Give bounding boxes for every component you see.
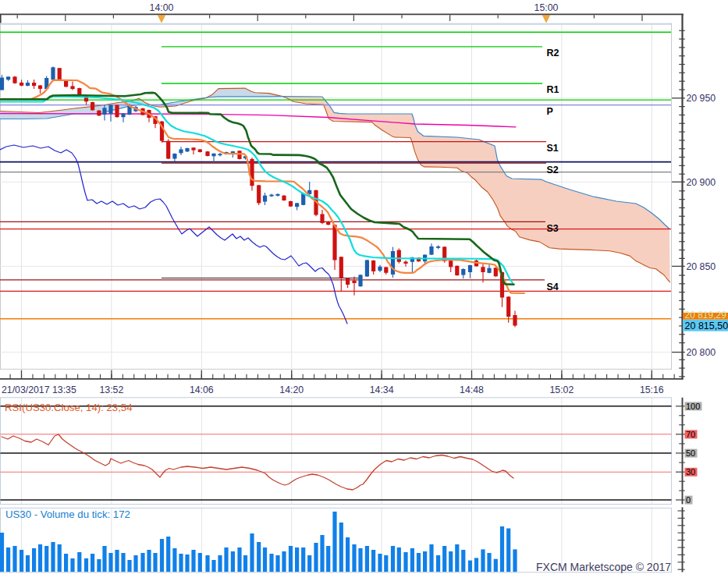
svg-text:20 900: 20 900 [687, 177, 716, 188]
svg-text:0: 0 [686, 495, 691, 505]
svg-text:21/03/2017 13:35: 21/03/2017 13:35 [2, 384, 76, 395]
svg-text:R2: R2 [547, 48, 559, 58]
svg-text:US30 - Volume du tick: 172: US30 - Volume du tick: 172 [5, 508, 130, 520]
svg-text:FXCM Marketscope © 2017: FXCM Marketscope © 2017 [536, 561, 671, 573]
svg-text:14:00: 14:00 [150, 2, 174, 13]
svg-text:15:16: 15:16 [640, 384, 664, 395]
svg-text:20 950: 20 950 [687, 93, 716, 104]
svg-text:30: 30 [686, 467, 695, 477]
svg-text:S1: S1 [547, 143, 559, 154]
svg-text:20 850: 20 850 [687, 261, 716, 272]
svg-text:15:00: 15:00 [534, 2, 559, 13]
svg-text:S4: S4 [547, 282, 559, 292]
svg-text:70: 70 [686, 430, 695, 439]
svg-text:100: 100 [686, 402, 700, 411]
svg-text:15:02: 15:02 [550, 384, 574, 395]
svg-text:S3: S3 [547, 223, 559, 234]
svg-text:14:48: 14:48 [460, 384, 484, 395]
svg-text:13:52: 13:52 [100, 384, 124, 395]
svg-text:20 815,50: 20 815,50 [685, 321, 728, 331]
svg-text:20 819,29: 20 819,29 [685, 310, 727, 321]
svg-text:14:06: 14:06 [190, 384, 214, 395]
svg-text:50: 50 [686, 448, 695, 458]
svg-text:14:34: 14:34 [370, 384, 394, 395]
svg-text:R1: R1 [547, 84, 559, 95]
svg-text:P: P [547, 106, 553, 117]
svg-text:20 800: 20 800 [687, 347, 716, 358]
svg-text:RSI(US30.Close, 14): 23,54: RSI(US30.Close, 14): 23,54 [5, 402, 132, 413]
svg-text:S2: S2 [547, 165, 559, 175]
svg-text:14:20: 14:20 [279, 384, 304, 395]
